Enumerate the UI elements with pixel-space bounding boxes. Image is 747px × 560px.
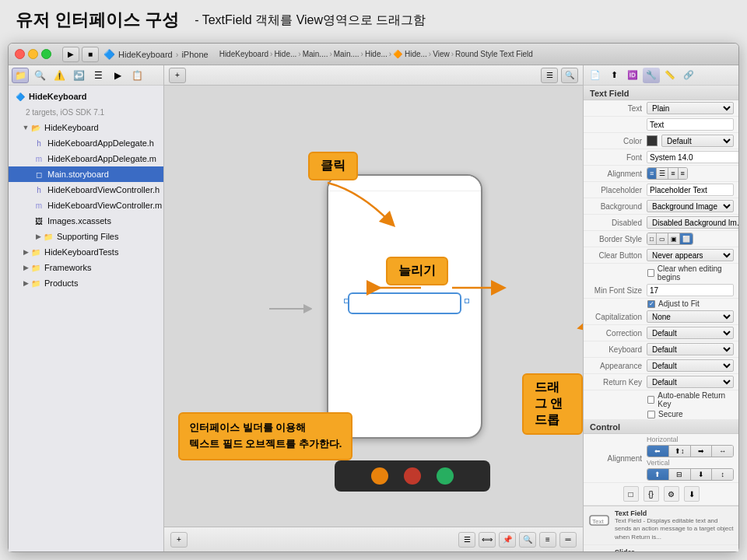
keyboard-select[interactable]: Default (647, 343, 734, 355)
ctrl-v-top[interactable]: ⬆ (647, 469, 669, 480)
inspector-file-icon[interactable]: 📄 (587, 68, 604, 83)
layout-btn[interactable]: ☰ (458, 532, 475, 548)
add-file-btn[interactable]: + (169, 68, 186, 83)
handle-right (465, 299, 469, 303)
tree-item-root[interactable]: 🔷 HideKeyboard (9, 89, 163, 104)
align-right[interactable]: ≡ (668, 168, 678, 179)
cap-select[interactable]: None (647, 310, 734, 323)
warning-icon[interactable]: ⚠️ (51, 68, 68, 83)
folder-icon-tests: 📁 (30, 247, 41, 257)
placeholder-input[interactable] (647, 184, 734, 196)
border-none[interactable]: □ (647, 233, 657, 244)
border-rounded[interactable]: ⬜ (680, 233, 693, 244)
xcode-window: ▶ ■ 🔷 HideKeyboard › iPhone HideKeyboard… (8, 43, 739, 552)
tree-item-xcassets[interactable]: 🖼 Images.xcassets (9, 213, 163, 229)
search-icon-nav[interactable]: 🔍 (31, 68, 48, 83)
ctrl-v-center[interactable]: ⊟ (669, 469, 691, 480)
pin-btn[interactable]: 📌 (499, 532, 516, 548)
history-icon[interactable]: ↩️ (70, 68, 87, 83)
zoom-button[interactable] (41, 49, 51, 59)
appearance-select[interactable]: Default (647, 359, 734, 372)
tree-item-delegate-m[interactable]: m HideKeboardAppDelegate.m (9, 151, 163, 166)
align-left[interactable]: ≡ (647, 168, 657, 179)
inspector-id-icon[interactable]: 🆔 (624, 68, 641, 83)
clear-btn-select[interactable]: Never appears (647, 249, 734, 261)
minfont-input[interactable] (647, 284, 734, 296)
obj-item-textfield[interactable]: Text Text Field Text Field - Displays ed… (584, 506, 738, 545)
label-disabled: Disabled (588, 219, 647, 227)
icon-gear[interactable]: ⚙ (664, 486, 679, 502)
color-select[interactable]: Default (661, 135, 734, 147)
inspector-row-text: Text Plain (584, 100, 738, 117)
doc-icon[interactable]: 📋 (128, 68, 146, 83)
textfield-svg-icon: Text (588, 509, 610, 531)
align-center[interactable]: ☰ (657, 168, 668, 179)
clear-editing-cb[interactable] (647, 269, 654, 277)
secure-cb[interactable] (647, 411, 655, 418)
adjust-fit-row: Adjust to Fit (584, 299, 738, 309)
ctrl-h-left[interactable]: ⬅ (647, 446, 669, 457)
list-icon[interactable]: ☰ (89, 68, 107, 83)
tree-item-delegate-h[interactable]: h HideKeboardAppDelegate.h (9, 135, 163, 151)
tree-item-products[interactable]: ▶ 📁 Products (9, 275, 163, 291)
tree-item-vc-m[interactable]: m HideKeboardViewController.m (9, 198, 163, 213)
device-textfield[interactable] (348, 292, 461, 314)
adjust-fit-label: Adjust to Fit (658, 299, 700, 308)
zoom-in-btn[interactable]: 🔍 (519, 532, 536, 548)
text-type-select[interactable]: Plain (647, 102, 734, 114)
font-input[interactable] (647, 151, 738, 163)
returnkey-select[interactable]: Default (647, 376, 734, 388)
stop-button[interactable]: ■ (82, 47, 99, 62)
add-btn[interactable]: + (170, 532, 188, 548)
inspector-row-border: Border Style □ ▭ ▣ ⬜ (584, 231, 738, 247)
inspector-attr-icon[interactable]: 🔧 (643, 68, 660, 83)
expand-btn[interactable]: ⟺ (479, 532, 496, 548)
correction-select[interactable]: Default (647, 327, 734, 339)
inspector-ruler-icon[interactable]: 📏 (661, 68, 679, 83)
folder-icon[interactable]: 📁 (12, 68, 29, 83)
play-button[interactable]: ▶ (62, 47, 79, 62)
tree-item-supporting[interactable]: ▶ 📁 Supporting Files (9, 229, 163, 244)
color-swatch[interactable] (647, 135, 658, 146)
icon-arrow-down[interactable]: ⬇ (684, 486, 700, 502)
ctrl-h-center[interactable]: ⬆↕ (669, 446, 691, 457)
ctrl-h-right[interactable]: ➡ (691, 446, 713, 457)
icon-curly[interactable]: {} (644, 486, 659, 502)
horiz-label: Horizontal (647, 436, 679, 443)
tree-item-storyboard[interactable]: ◻ Main.storyboard (9, 166, 163, 182)
label-appearance: Appearance (588, 362, 647, 370)
adjust-fit-cb[interactable] (647, 300, 655, 308)
issues-btn[interactable]: ═ (559, 532, 577, 548)
minimize-button[interactable] (28, 49, 38, 59)
tree-item-frameworks[interactable]: ▶ 📁 Frameworks (9, 260, 163, 275)
inspector-row-font: Font T (584, 149, 738, 166)
zoom-btn[interactable]: 🔍 (561, 68, 578, 83)
ctrl-h-fill[interactable]: ↔ (712, 446, 733, 457)
disabled-select[interactable]: Disabled Background Im... (647, 216, 738, 229)
autoenable-cb[interactable] (647, 396, 654, 404)
ctrl-v-bottom[interactable]: ⬇ (691, 469, 713, 480)
tree-group-hidekeyboard[interactable]: ▼ 📂 HideKeyboard (9, 120, 163, 135)
inspector-section-textfield: Text Field (584, 86, 738, 100)
obj-item-slider[interactable]: Slider Slider - Displays a continuous ra… (584, 545, 738, 551)
icon-file[interactable]: □ (623, 486, 639, 502)
close-button[interactable] (15, 49, 25, 59)
inspector-arrow-icon[interactable]: ⬆ (605, 68, 622, 83)
border-bezel[interactable]: ▣ (668, 233, 680, 244)
align-justify[interactable]: ≡ (679, 168, 687, 179)
tree-item-tests[interactable]: ▶ 📁 HideKeyboardTests (9, 244, 163, 260)
play-icon-nav[interactable]: ▶ (109, 68, 126, 83)
view-as-btn[interactable]: ☰ (541, 68, 558, 83)
inspector-conn-icon[interactable]: 🔗 (680, 68, 697, 83)
tree-item-vc-h[interactable]: h HideKeboardViewController.h (9, 182, 163, 198)
device-bottom-bar (335, 460, 490, 492)
text-input[interactable] (647, 118, 734, 131)
inspector-row-cap: Capitalization None (584, 309, 738, 325)
bottom-toolbar: + ☰ ⟺ 📌 🔍 ≡ ═ (164, 527, 583, 551)
storyboard-canvas[interactable]: 클릭 늘리기 (164, 86, 583, 527)
ctrl-v-fill[interactable]: ↕ (712, 469, 733, 480)
bg-select[interactable]: Background Image (647, 200, 734, 212)
supporting-files-label: Supporting Files (57, 232, 119, 241)
align-btn[interactable]: ≡ (539, 532, 556, 548)
border-line[interactable]: ▭ (657, 233, 668, 244)
